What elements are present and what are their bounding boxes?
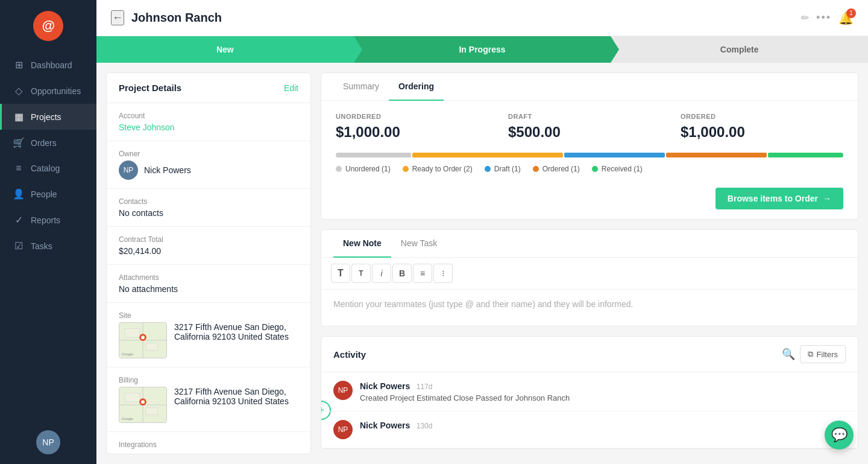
ordering-legend: Unordered (1) Ready to Order (2) Draft (… xyxy=(321,157,858,183)
note-card: New Note New Task T T i B ≡ ⁝ Mention yo… xyxy=(321,229,858,326)
page-title: Johnson Ranch xyxy=(131,11,790,25)
edit-title-icon[interactable]: ✏ xyxy=(801,12,809,24)
sidebar-item-label: Dashboard xyxy=(31,60,72,70)
stat-draft: DRAFT $500.00 xyxy=(508,113,671,141)
legend-ready-label: Ready to Order (2) xyxy=(412,165,473,173)
progress-step-new[interactable]: New xyxy=(96,36,354,63)
sidebar-item-catalog[interactable]: ≡ Catalog xyxy=(0,156,96,181)
tab-summary[interactable]: Summary xyxy=(333,73,389,101)
viz-unordered xyxy=(336,153,411,157)
note-tabs: New Note New Task xyxy=(321,230,858,258)
toolbar-heading2-btn[interactable]: T xyxy=(351,264,371,283)
tab-new-task[interactable]: New Task xyxy=(391,230,447,258)
activity-actions: 🔍 ⧉ Filters xyxy=(782,345,846,363)
toolbar-bold-btn[interactable]: B xyxy=(392,264,412,283)
unordered-value: $1,000.00 xyxy=(336,124,498,141)
toolbar-list-btn[interactable]: ≡ xyxy=(413,264,432,283)
owner-value: Nick Powers xyxy=(144,165,191,175)
toolbar-italic-btn[interactable]: i xyxy=(372,264,391,283)
svg-text:Google: Google xyxy=(122,352,133,356)
filter-icon: ⧉ xyxy=(808,349,813,359)
attachments-section: Attachments No attachments xyxy=(107,265,310,303)
sidebar-item-orders[interactable]: 🛒 Orders xyxy=(0,130,96,156)
progress-arrow-new xyxy=(354,36,362,63)
site-address-row: Google 3217 Fifth Avenue San Diego, Cali… xyxy=(119,322,298,358)
contacts-section: Contacts No contacts xyxy=(107,189,310,227)
account-label: Account xyxy=(119,112,298,120)
sidebar-item-label: Catalog xyxy=(31,164,60,173)
activity-user-1: Nick Powers xyxy=(360,421,410,430)
chat-button[interactable]: 💬 xyxy=(825,421,854,450)
billing-map-thumbnail: Google xyxy=(119,387,167,423)
toolbar-ordered-list-btn[interactable]: ⁝ xyxy=(433,264,453,283)
step-new-label: New xyxy=(216,45,234,54)
svg-rect-4 xyxy=(146,343,158,351)
billing-address-row: Google 3217 Fifth Avenue San Diego, Cali… xyxy=(119,387,298,423)
activity-search-button[interactable]: 🔍 xyxy=(782,348,795,361)
sidebar-item-people[interactable]: 👤 People xyxy=(0,181,96,207)
integrations-label: Integrations xyxy=(119,440,298,449)
ordering-card: Summary Ordering UNORDERED $1,000.00 DRA… xyxy=(321,72,858,220)
legend-ordered-label: Ordered (1) xyxy=(542,165,580,173)
activity-title: Activity xyxy=(333,349,366,360)
legend-received: Received (1) xyxy=(592,165,643,173)
legend-draft-label: Draft (1) xyxy=(494,165,521,173)
edit-details-link[interactable]: Edit xyxy=(284,83,298,93)
sidebar-item-label: Reports xyxy=(31,215,60,225)
sidebar-item-label: People xyxy=(31,189,57,199)
note-editor[interactable]: Mention your teammates (just type @ and … xyxy=(321,290,858,326)
sidebar-item-reports[interactable]: ✓ Reports xyxy=(0,207,96,233)
billing-address: 3217 Fifth Avenue San Diego, California … xyxy=(174,387,298,406)
sidebar-item-tasks[interactable]: ☑ Tasks xyxy=(0,233,96,259)
account-section: Account Steve Johnson xyxy=(107,103,310,141)
legend-unordered: Unordered (1) xyxy=(336,165,391,173)
tasks-icon: ☑ xyxy=(13,240,25,252)
content-area: Project Details Edit Account Steve Johns… xyxy=(96,63,868,464)
owner-label: Owner xyxy=(119,150,298,158)
tab-ordering[interactable]: Ordering xyxy=(389,73,444,101)
ordering-viz-bar xyxy=(336,153,843,157)
sidebar-item-dashboard[interactable]: ⊞ Dashboard xyxy=(0,52,96,78)
activity-item-1: NP Nick Powers 130d xyxy=(321,412,858,448)
integrations-section: Integrations xyxy=(107,432,310,454)
draft-label: DRAFT xyxy=(508,113,671,120)
activity-text-0: Created Project Estimated Close Passed f… xyxy=(360,393,846,402)
catalog-icon: ≡ xyxy=(13,163,25,174)
activity-content-0: Nick Powers 117d Created Project Estimat… xyxy=(360,381,846,402)
account-value[interactable]: Steve Johnson xyxy=(119,122,298,132)
step-inprogress-label: In Progress xyxy=(459,45,505,54)
toolbar-heading1-btn[interactable]: T xyxy=(331,264,350,283)
contract-value: $20,414.00 xyxy=(119,246,298,256)
stat-ordered: ORDERED $1,000.00 xyxy=(681,113,843,141)
unordered-label: UNORDERED xyxy=(336,113,498,120)
legend-draft: Draft (1) xyxy=(485,165,521,173)
activity-filter-button[interactable]: ⧉ Filters xyxy=(800,345,846,363)
user-avatar[interactable]: NP xyxy=(36,430,60,454)
activity-list: + NP Nick Powers 117d Created Project Es… xyxy=(321,372,858,448)
back-button[interactable]: ← xyxy=(111,10,124,25)
browse-items-button[interactable]: Browse items to Order → xyxy=(715,188,843,209)
note-toolbar: T T i B ≡ ⁝ xyxy=(321,258,858,290)
browse-btn-row: Browse items to Order → xyxy=(321,183,858,219)
progress-step-inprogress[interactable]: In Progress xyxy=(354,36,611,63)
legend-ordered: Ordered (1) xyxy=(533,165,580,173)
owner-row: NP Nick Powers xyxy=(119,160,298,180)
notification-bell[interactable]: 🔔 1 xyxy=(838,11,854,25)
more-options-icon[interactable]: ••• xyxy=(816,11,831,24)
sidebar-item-opportunities[interactable]: ◇ Opportunities xyxy=(0,78,96,104)
sidebar-item-projects[interactable]: ▦ Projects xyxy=(0,104,96,130)
svg-rect-11 xyxy=(125,393,140,402)
activity-avatar-0: NP xyxy=(333,381,353,400)
viz-ordered xyxy=(666,153,767,157)
viz-received xyxy=(768,153,843,157)
tab-new-note[interactable]: New Note xyxy=(333,230,391,258)
activity-user-0: Nick Powers xyxy=(360,381,410,391)
contacts-label: Contacts xyxy=(119,197,298,206)
draft-value: $500.00 xyxy=(508,124,671,141)
orders-icon: 🛒 xyxy=(13,137,25,148)
app-logo[interactable]: @ xyxy=(33,11,63,41)
progress-step-complete[interactable]: Complete xyxy=(611,36,868,63)
sidebar-item-label: Tasks xyxy=(31,241,52,251)
arrow-right-icon: → xyxy=(823,194,831,203)
avatar-initials-1: NP xyxy=(338,425,348,434)
